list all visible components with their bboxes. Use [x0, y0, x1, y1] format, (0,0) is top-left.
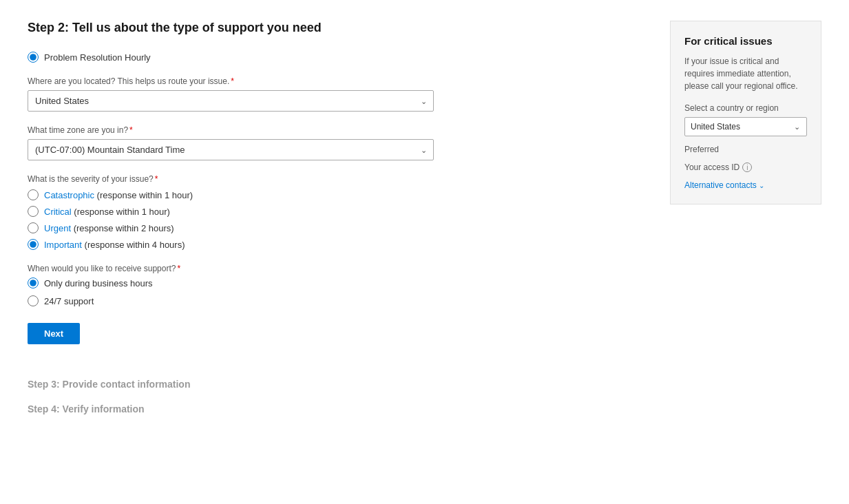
support-type-section: Problem Resolution Hourly	[28, 52, 496, 63]
support-hours-section: When would you like to receive support?*…	[28, 264, 496, 306]
support-247-label: 24/7 support	[44, 296, 94, 306]
severity-options: Catastrophic (response within 1 hour) Cr…	[28, 189, 496, 250]
severity-urgent-radio[interactable]	[28, 222, 39, 233]
sidebar-access-id-container: Your access ID i	[684, 162, 807, 172]
sidebar-title: For critical issues	[684, 35, 807, 47]
timezone-label: What time zone are you in?*	[28, 125, 496, 135]
support-247-option[interactable]: 24/7 support	[28, 295, 496, 306]
severity-critical-radio[interactable]	[28, 206, 39, 217]
severity-critical-option[interactable]: Critical (response within 1 hour)	[28, 206, 496, 217]
sidebar-description: If your issue is critical and requires i…	[684, 55, 807, 92]
step4-label: Step 4: Verify information	[28, 403, 496, 414]
support-type-label: Problem Resolution Hourly	[44, 52, 151, 63]
support-247-radio[interactable]	[28, 295, 39, 306]
support-type-option[interactable]: Problem Resolution Hourly	[28, 52, 496, 63]
alternative-contacts-link[interactable]: Alternative contacts ⌄	[684, 180, 807, 190]
severity-catastrophic-label: Catastrophic (response within 1 hour)	[44, 190, 193, 200]
timezone-select[interactable]: (UTC-12:00) International Date Line West…	[28, 139, 434, 160]
sidebar-country-select-wrapper: United States Canada United Kingdom ⌄	[684, 117, 807, 136]
sidebar: For critical issues If your issue is cri…	[670, 21, 821, 204]
location-label: Where are you located? This helps us rou…	[28, 76, 496, 86]
sidebar-preferred-label: Preferred	[684, 145, 807, 154]
info-icon[interactable]: i	[742, 162, 752, 172]
next-button[interactable]: Next	[28, 323, 80, 344]
support-type-radio[interactable]	[28, 52, 39, 63]
sidebar-country-select[interactable]: United States Canada United Kingdom	[684, 117, 807, 136]
severity-catastrophic-radio[interactable]	[28, 189, 39, 200]
support-business-option[interactable]: Only during business hours	[28, 277, 496, 288]
support-business-label: Only during business hours	[44, 278, 153, 288]
sidebar-country-label: Select a country or region	[684, 103, 807, 113]
support-business-radio[interactable]	[28, 277, 39, 288]
severity-urgent-option[interactable]: Urgent (response within 2 hours)	[28, 222, 496, 233]
severity-important-radio[interactable]	[28, 239, 39, 250]
severity-important-label: Important (response within 4 hours)	[44, 240, 185, 250]
timezone-group: What time zone are you in?* (UTC-12:00) …	[28, 125, 496, 160]
location-select[interactable]: United States Canada United Kingdom Aust…	[28, 90, 434, 112]
alternative-contacts-chevron-icon: ⌄	[759, 182, 764, 189]
severity-label: What is the severity of your issue?*	[28, 174, 496, 184]
severity-catastrophic-option[interactable]: Catastrophic (response within 1 hour)	[28, 189, 496, 200]
sidebar-access-id-label: Your access ID	[684, 162, 740, 172]
location-select-wrapper: United States Canada United Kingdom Aust…	[28, 90, 434, 112]
severity-important-option[interactable]: Important (response within 4 hours)	[28, 239, 496, 250]
step3-label: Step 3: Provide contact information	[28, 379, 496, 390]
severity-urgent-label: Urgent (response within 2 hours)	[44, 223, 174, 233]
severity-section: What is the severity of your issue?* Cat…	[28, 174, 496, 250]
page-title: Step 2: Tell us about the type of suppor…	[28, 21, 496, 35]
timezone-select-wrapper: (UTC-12:00) International Date Line West…	[28, 139, 434, 160]
severity-critical-label: Critical (response within 1 hour)	[44, 207, 170, 217]
support-hours-label: When would you like to receive support?*	[28, 264, 496, 273]
location-group: Where are you located? This helps us rou…	[28, 76, 496, 112]
